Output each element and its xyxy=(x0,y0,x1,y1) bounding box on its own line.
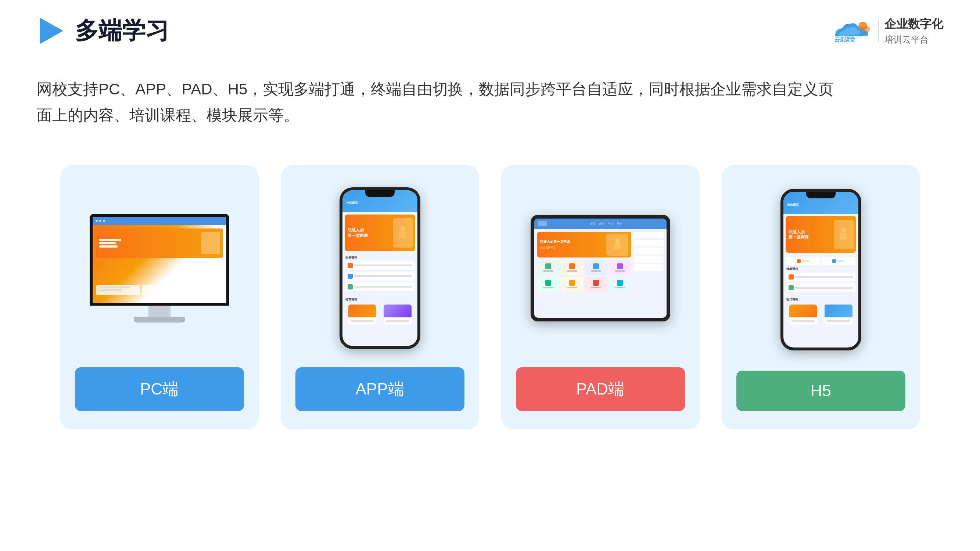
h5-card: 云朵课堂 职通人的 第一堂网课 xyxy=(722,165,920,429)
pad-logo-area xyxy=(538,221,547,226)
pc-image-area xyxy=(75,187,244,349)
app-course-img-1 xyxy=(348,305,376,318)
app-banner-figure xyxy=(397,225,408,240)
app-course-area: 推荐课程 xyxy=(342,295,417,329)
screen-dot-1 xyxy=(95,220,98,222)
pad-device-mock: 首页 课程 学习 我的 职通人的第一堂网课 xyxy=(531,215,670,321)
pc-button[interactable]: PC端 xyxy=(75,367,244,411)
pc-monitor xyxy=(90,214,229,322)
pad-image-area: 首页 课程 学习 我的 职通人的第一堂网课 xyxy=(516,187,685,349)
svg-point-6 xyxy=(400,226,405,231)
pad-grid-icon-8 xyxy=(617,280,623,286)
h5-course-info-line-2 xyxy=(827,320,850,322)
app-course-info-1 xyxy=(348,318,376,325)
app-section-label: 热售课程 xyxy=(345,256,415,260)
screen-dot-2 xyxy=(99,220,102,222)
pc-card: PC端 xyxy=(60,165,259,429)
app-screen-banner: 职通人的 第一堂网课 xyxy=(345,214,415,251)
h5-icon-row xyxy=(786,257,856,265)
hero-line-3 xyxy=(99,245,118,248)
pad-sidebar xyxy=(634,232,663,292)
tagline-top: 企业数字化 xyxy=(885,16,943,32)
pad-button[interactable]: PAD端 xyxy=(516,367,685,411)
pad-grid-8 xyxy=(609,277,631,292)
footer-line-2 xyxy=(99,289,122,291)
h5-course-info-line xyxy=(792,320,815,322)
h5-icon-dot-2 xyxy=(832,259,836,263)
h5-icon-2 xyxy=(822,257,856,265)
h5-icon-1 xyxy=(786,257,820,265)
pad-grid-text-8 xyxy=(615,287,625,288)
app-screen-title: 云朵课堂 xyxy=(346,201,358,205)
pad-sidebar-2 xyxy=(634,240,663,246)
pad-nav: 首页 课程 学习 我的 xyxy=(549,222,663,225)
pad-grid-text-4 xyxy=(615,270,625,272)
tagline: 企业数字化 培训云平台 xyxy=(885,16,943,46)
pad-sidebar-4 xyxy=(634,256,663,263)
app-phone-outer: 云朵课堂 职通人的 第一堂网课 xyxy=(339,187,420,349)
hero-text-block xyxy=(99,239,121,248)
h5-row-line-2 xyxy=(795,287,853,289)
pad-banner: 职通人的第一堂网课 企业培训平台 xyxy=(537,232,631,257)
pad-grid-icon-3 xyxy=(593,264,599,269)
app-card: 云朵课堂 职通人的 第一堂网课 xyxy=(281,165,479,429)
screen-hero xyxy=(96,229,223,258)
svg-text:云朵课堂: 云朵课堂 xyxy=(835,37,856,43)
pad-nav-4: 我的 xyxy=(617,222,622,225)
h5-banner-text-1: 职通人的 xyxy=(789,229,831,234)
app-row-dot-1 xyxy=(348,263,353,268)
h5-course-1 xyxy=(789,305,817,325)
app-course-label: 推荐课程 xyxy=(345,297,415,302)
pad-screen: 首页 课程 学习 我的 职通人的第一堂网课 xyxy=(534,219,667,318)
h5-course-img-1 xyxy=(789,305,817,318)
svg-point-10 xyxy=(841,227,846,232)
logo-divider xyxy=(878,20,878,42)
h5-course-info-1 xyxy=(789,318,817,325)
footer-col-1 xyxy=(96,285,140,295)
h5-phone-mock: 云朵课堂 职通人的 第一堂网课 xyxy=(781,189,861,351)
footer-col-3 xyxy=(183,285,223,295)
pad-banner-img xyxy=(606,233,628,256)
app-row-line-2 xyxy=(354,275,412,277)
h5-phone-outer: 云朵课堂 职通人的 第一堂网课 xyxy=(781,189,861,351)
footer-line-1 xyxy=(99,286,130,288)
h5-screen-title: 云朵课堂 xyxy=(787,203,799,207)
h5-course-info-2 xyxy=(824,318,853,325)
play-icon xyxy=(37,16,66,46)
h5-course-img-2 xyxy=(824,305,853,318)
screen-top-bar xyxy=(92,217,226,225)
h5-banner-text-2: 第一堂网课 xyxy=(789,234,831,240)
app-row-1 xyxy=(345,261,415,270)
app-course-list xyxy=(345,303,415,326)
svg-point-4 xyxy=(864,26,870,32)
app-button[interactable]: APP端 xyxy=(296,367,465,411)
pad-main-content: 职通人的第一堂网课 企业培训平台 xyxy=(537,232,631,292)
app-course-2 xyxy=(383,305,412,325)
pad-grid-text-5 xyxy=(543,287,554,288)
h5-button[interactable]: H5 xyxy=(737,371,905,411)
pad-grid-icon-7 xyxy=(593,280,599,286)
h5-row-line-1 xyxy=(795,276,853,278)
app-row-dot-2 xyxy=(348,274,353,279)
h5-icon-line-2 xyxy=(837,260,845,262)
h5-row-dot-2 xyxy=(789,285,794,290)
pad-grid-icon-2 xyxy=(569,264,575,269)
hero-line-1 xyxy=(99,239,121,241)
pad-sidebar-5 xyxy=(634,264,663,271)
app-course-line xyxy=(350,320,374,322)
screen-footer-row xyxy=(96,285,223,295)
h5-phone-screen: 云朵课堂 职通人的 第一堂网课 xyxy=(783,192,858,348)
screen-dot-3 xyxy=(103,220,105,222)
cloud-icon: 云朵课堂 xyxy=(828,18,872,44)
app-banner-text-line1: 职通人的 xyxy=(348,227,390,232)
app-banner-text-line2: 第一堂网课 xyxy=(348,233,390,238)
h5-course-area: 热门课程 xyxy=(783,296,858,328)
svg-marker-0 xyxy=(40,17,63,44)
pad-top-bar: 首页 课程 学习 我的 xyxy=(534,219,667,229)
h5-screen-banner: 职通人的 第一堂网课 xyxy=(786,216,856,253)
footer-col-2 xyxy=(142,285,181,295)
svg-rect-9 xyxy=(614,243,621,249)
pad-banner-sub: 企业培训平台 xyxy=(540,246,603,249)
pad-grid xyxy=(537,260,631,292)
pad-grid-text-2 xyxy=(567,270,577,272)
